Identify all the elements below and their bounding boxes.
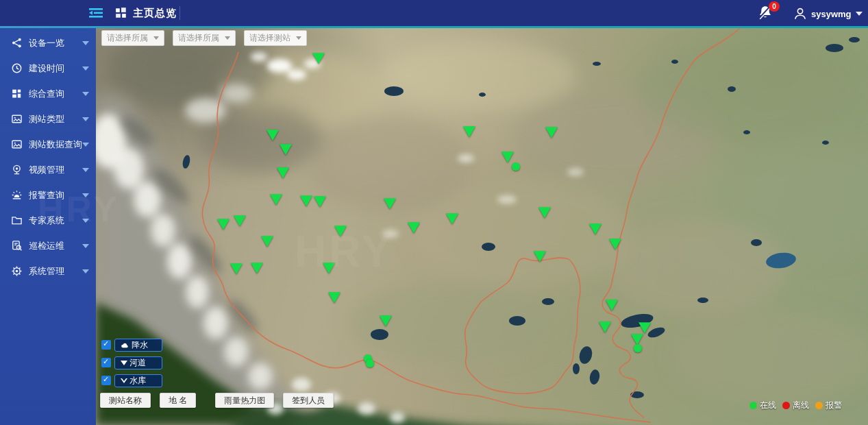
checkbox-checked[interactable] — [101, 358, 111, 367]
sidebar-item-label: 综合查询 — [29, 88, 82, 100]
layer-label: 河道 — [129, 357, 146, 369]
place-name-button[interactable]: 地 名 — [160, 393, 196, 408]
station-marker[interactable] — [266, 130, 279, 141]
layer-river[interactable]: 河道 — [101, 356, 162, 369]
alarm-dot-icon — [815, 402, 823, 409]
map-canvas[interactable]: 请选择所属 请选择所属 请选择测站 降水 河道 — [96, 28, 868, 425]
user-avatar-icon — [793, 7, 807, 21]
header-accent-line — [0, 26, 868, 28]
select-station[interactable]: 请选择测站 — [244, 30, 307, 46]
chevron-down-icon — [153, 36, 159, 40]
sidebar-item-label: 设备一览 — [29, 37, 82, 49]
station-marker[interactable] — [538, 207, 551, 218]
sidebar-item-alarm-query[interactable]: 报警查询 — [0, 182, 96, 208]
notification-bell-icon[interactable]: 0 — [756, 4, 778, 23]
station-marker[interactable] — [251, 263, 263, 274]
station-name-button[interactable]: 测站名称 — [100, 393, 151, 408]
alarm-light-icon — [11, 189, 23, 201]
sidebar-item-device-overview[interactable]: 设备一览 — [0, 30, 96, 56]
station-marker[interactable] — [234, 215, 246, 226]
cloud-icon — [121, 341, 129, 349]
sidebar-item-label: 测站类型 — [29, 113, 82, 125]
page-title: 主页总览 — [133, 7, 177, 20]
sidebar-item-label: 系统管理 — [29, 265, 82, 278]
station-marker[interactable] — [408, 222, 420, 233]
chevron-down-icon — [856, 12, 863, 16]
gear-icon — [11, 265, 23, 277]
select-affiliation-1[interactable]: 请选择所属 — [101, 30, 164, 46]
rainfall-heatmap-button[interactable]: 雨量热力图 — [215, 393, 274, 408]
sidebar-item-expert-system[interactable]: 专家系统 — [0, 208, 96, 233]
select-placeholder: 请选择测站 — [249, 32, 290, 44]
station-marker[interactable] — [217, 219, 230, 230]
station-marker[interactable] — [328, 292, 340, 303]
station-marker[interactable] — [300, 195, 312, 206]
image-icon — [11, 138, 23, 150]
sidebar-item-comprehensive-query[interactable]: 综合查询 — [0, 81, 96, 106]
station-marker[interactable] — [512, 162, 520, 171]
select-placeholder: 请选择所属 — [107, 32, 148, 44]
station-marker[interactable] — [609, 239, 621, 250]
sidebar-item-station-type[interactable]: 测站类型 — [0, 106, 96, 132]
select-affiliation-2[interactable]: 请选择所属 — [173, 30, 236, 46]
sidebar-item-video-management[interactable]: 视频管理 — [0, 157, 96, 182]
legend-offline: 离线 — [782, 400, 809, 411]
station-marker[interactable] — [501, 151, 514, 162]
chevron-down-icon — [82, 244, 89, 248]
station-marker[interactable] — [463, 126, 475, 137]
share-nodes-icon — [11, 37, 23, 49]
station-marker[interactable] — [314, 196, 326, 207]
checkbox-checked[interactable] — [101, 376, 111, 385]
sidebar-collapse-icon[interactable] — [88, 6, 104, 20]
station-marker[interactable] — [634, 344, 642, 352]
station-marker[interactable] — [545, 127, 558, 138]
legend-online: 在线 — [749, 400, 776, 411]
station-marker[interactable] — [323, 263, 335, 274]
app-logo-icon — [115, 7, 127, 19]
online-dot-icon — [749, 402, 757, 409]
station-marker[interactable] — [312, 53, 325, 64]
chevron-down-icon — [82, 193, 89, 197]
station-marker[interactable] — [599, 321, 611, 332]
chevron-down-icon — [225, 36, 230, 40]
station-marker[interactable] — [334, 226, 347, 236]
layer-reservoir[interactable]: 水库 — [101, 374, 162, 387]
sidebar-item-system-management[interactable]: 系统管理 — [0, 258, 96, 284]
station-marker[interactable] — [270, 194, 282, 205]
station-marker[interactable] — [230, 263, 243, 274]
chevron-down-icon — [82, 168, 89, 172]
station-marker[interactable] — [277, 167, 289, 178]
chevron-down-icon — [82, 269, 89, 274]
station-marker[interactable] — [380, 315, 392, 326]
chevron-down-icon — [82, 41, 89, 45]
layer-precipitation[interactable]: 降水 — [101, 338, 162, 352]
sidebar-item-inspection-ops[interactable]: 巡检运维 — [0, 233, 96, 258]
station-marker[interactable] — [446, 213, 458, 224]
map-button-bar: 测站名称 地 名 雨量热力图 签到人员 — [100, 393, 334, 408]
chevron-down-icon — [82, 143, 89, 147]
checkin-personnel-button[interactable]: 签到人员 — [283, 393, 334, 408]
user-menu[interactable]: sysywmg — [793, 5, 863, 22]
station-marker[interactable] — [534, 251, 546, 262]
legend-alarm: 报警 — [815, 400, 842, 411]
station-marker[interactable] — [589, 223, 602, 234]
station-marker[interactable] — [638, 322, 651, 333]
station-marker[interactable] — [631, 334, 643, 345]
checkbox-checked[interactable] — [101, 340, 111, 350]
chevron-down-icon — [82, 66, 89, 71]
station-marker[interactable] — [261, 236, 273, 247]
station-marker[interactable] — [366, 359, 374, 367]
sidebar-nav: 设备一览 建设时间 综合查询 测站类型 测站数据查询 视频管理 报警查询 专家系… — [0, 28, 96, 425]
station-marker[interactable] — [384, 198, 396, 209]
sidebar-item-label: 视频管理 — [29, 164, 82, 176]
title-divider — [179, 6, 180, 20]
user-name: sysywmg — [811, 9, 852, 19]
station-marker[interactable] — [606, 300, 618, 311]
sidebar-item-label: 报警查询 — [29, 189, 82, 202]
triangle-down-outline-icon — [121, 378, 127, 383]
station-marker[interactable] — [280, 144, 292, 155]
sidebar-item-label: 专家系统 — [29, 215, 82, 227]
sidebar-item-build-time[interactable]: 建设时间 — [0, 56, 96, 81]
chevron-down-icon — [296, 36, 301, 40]
sidebar-item-station-data-query[interactable]: 测站数据查询 — [0, 132, 96, 157]
